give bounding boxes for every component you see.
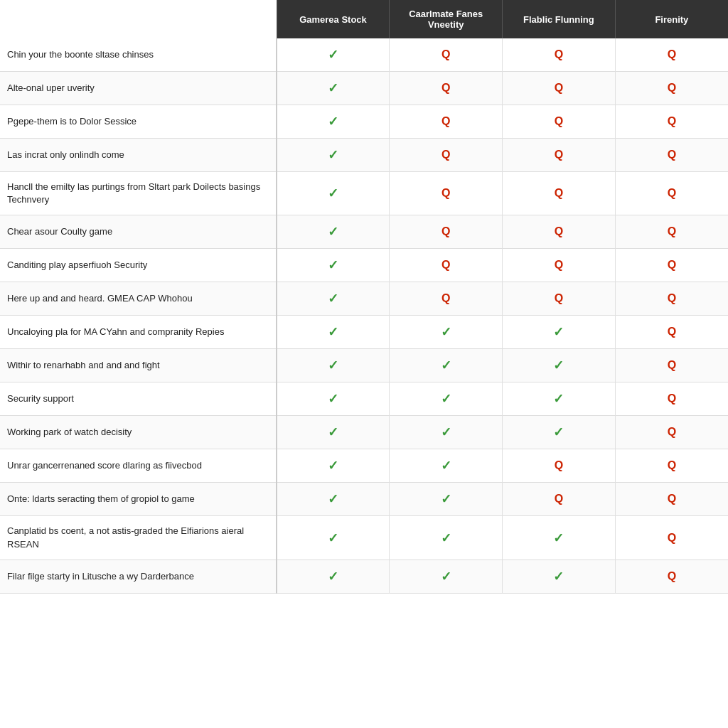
cell-col2: ✓ <box>277 382 390 416</box>
check-icon: ✓ <box>553 425 564 439</box>
cell-col2: ✓ <box>277 316 390 349</box>
cell-col4: Q <box>503 139 616 172</box>
check-icon: ✓ <box>441 492 451 506</box>
cross-icon: Q <box>441 187 450 199</box>
check-icon: ✓ <box>553 531 564 545</box>
cross-icon: Q <box>668 359 676 371</box>
cell-col5: Q <box>615 72 728 105</box>
cell-col5: Q <box>615 282 728 316</box>
cross-icon: Q <box>441 292 450 304</box>
cell-col4: Q <box>503 172 616 215</box>
cell-col5: Q <box>615 249 728 282</box>
cell-col5: Q <box>615 382 728 416</box>
cell-col4: Q <box>503 449 616 483</box>
cell-col2: ✓ <box>277 449 390 483</box>
cross-icon: Q <box>555 493 563 505</box>
feature-label: Alte-onal uper uverity <box>0 72 277 105</box>
cell-col2: ✓ <box>277 483 390 516</box>
feature-label: Pgepe-them is to Dolor Sessice <box>0 105 277 139</box>
table-row: Uncaloying pla for MA CYahn and comprani… <box>0 316 728 349</box>
cross-icon: Q <box>555 459 563 471</box>
cross-icon: Q <box>555 115 563 127</box>
cell-col5: Q <box>615 349 728 382</box>
check-icon: ✓ <box>328 531 338 545</box>
header-feature-col <box>0 0 277 38</box>
cell-col3: Q <box>390 105 503 139</box>
cell-col3: ✓ <box>390 316 503 349</box>
cell-col4: ✓ <box>503 516 616 560</box>
check-icon: ✓ <box>553 358 564 373</box>
table-row: Here up and and heard. GMEA CAP Whohou✓Q… <box>0 282 728 316</box>
cell-col4: Q <box>503 483 616 516</box>
cell-col5: Q <box>615 316 728 349</box>
feature-label: Chear asour Coulty game <box>0 215 277 249</box>
table-row: Chear asour Coulty game✓QQQ <box>0 215 728 249</box>
table-row: Canplatid bs coent, a not astis-graded t… <box>0 516 728 560</box>
feature-label: Unrar gancerrenaned score dlaring as fii… <box>0 449 277 483</box>
cross-icon: Q <box>555 225 563 237</box>
check-icon: ✓ <box>328 392 338 406</box>
cell-col3: Q <box>390 249 503 282</box>
table-header-row: Gamerea Stock Caarlmate Fanes Vneetity F… <box>0 0 728 38</box>
cell-col5: Q <box>615 215 728 249</box>
header-col4: Flablic Flunning <box>503 0 616 38</box>
cross-icon: Q <box>668 225 676 237</box>
check-icon: ✓ <box>328 291 338 306</box>
cell-col4: ✓ <box>503 349 616 382</box>
cell-col4: ✓ <box>503 316 616 349</box>
check-icon: ✓ <box>441 531 451 545</box>
cell-col2: ✓ <box>277 215 390 249</box>
feature-label: Filar filge starty in Litusche a wy Dard… <box>0 560 277 593</box>
check-icon: ✓ <box>441 358 451 373</box>
cell-col3: ✓ <box>390 449 503 483</box>
cell-col4: ✓ <box>503 382 616 416</box>
check-icon: ✓ <box>441 569 451 584</box>
check-icon: ✓ <box>553 392 564 406</box>
cell-col5: Q <box>615 560 728 593</box>
check-icon: ✓ <box>328 114 338 129</box>
cell-col2: ✓ <box>277 416 390 449</box>
cell-col3: ✓ <box>390 349 503 382</box>
check-icon: ✓ <box>328 492 338 506</box>
cross-icon: Q <box>668 426 676 438</box>
cross-icon: Q <box>441 259 450 271</box>
cross-icon: Q <box>555 292 563 304</box>
feature-label: Chin your the boonte sltase chinses <box>0 38 277 72</box>
cell-col5: Q <box>615 172 728 215</box>
cell-col3: Q <box>390 282 503 316</box>
check-icon: ✓ <box>328 258 338 272</box>
cell-col4: ✓ <box>503 560 616 593</box>
comparison-table-container: Gamerea Stock Caarlmate Fanes Vneetity F… <box>0 0 728 728</box>
cross-icon: Q <box>441 115 450 127</box>
cell-col5: Q <box>615 483 728 516</box>
header-col2: Gamerea Stock <box>277 0 390 38</box>
check-icon: ✓ <box>328 186 338 200</box>
feature-label: Onte: ldarts seracting them of gropiol t… <box>0 483 277 516</box>
table-row: Filar filge starty in Litusche a wy Dard… <box>0 560 728 593</box>
cross-icon: Q <box>555 259 563 271</box>
check-icon: ✓ <box>441 325 451 339</box>
check-icon: ✓ <box>328 425 338 439</box>
cell-col2: ✓ <box>277 172 390 215</box>
cell-col2: ✓ <box>277 249 390 282</box>
feature-label: Canditing play apserfiuoh Security <box>0 249 277 282</box>
cross-icon: Q <box>555 187 563 199</box>
cell-col5: Q <box>615 139 728 172</box>
cell-col5: Q <box>615 416 728 449</box>
cell-col5: Q <box>615 449 728 483</box>
check-icon: ✓ <box>328 148 338 162</box>
feature-label: Working park of watch decisity <box>0 416 277 449</box>
cross-icon: Q <box>668 149 676 161</box>
cell-col3: Q <box>390 139 503 172</box>
table-row: Canditing play apserfiuoh Security✓QQQ <box>0 249 728 282</box>
header-col3: Caarlmate Fanes Vneetity <box>390 0 503 38</box>
cell-col5: Q <box>615 516 728 560</box>
check-icon: ✓ <box>441 392 451 406</box>
table-row: Las incrat only onlindh come✓QQQ <box>0 139 728 172</box>
cell-col2: ✓ <box>277 38 390 72</box>
cross-icon: Q <box>668 459 676 471</box>
cell-col2: ✓ <box>277 560 390 593</box>
cell-col4: ✓ <box>503 416 616 449</box>
cell-col4: Q <box>503 72 616 105</box>
feature-label: Security support <box>0 382 277 416</box>
